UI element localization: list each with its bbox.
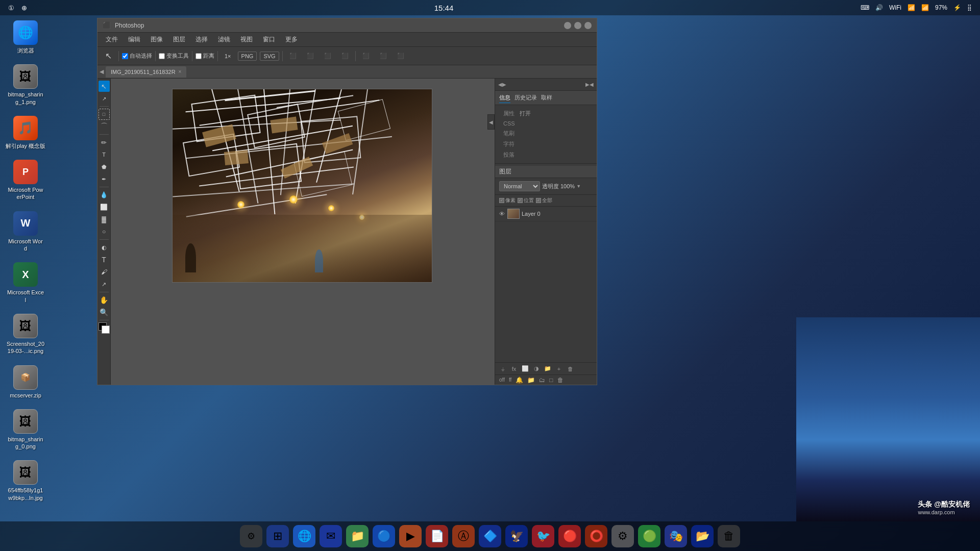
top-bar-icon1[interactable]: ① xyxy=(8,4,14,12)
ps-close-btn[interactable]: × xyxy=(584,22,592,29)
filter-all[interactable]: ✓ 全部 xyxy=(536,197,552,204)
menu-file[interactable]: 文件 xyxy=(102,34,122,45)
align-left-btn[interactable]: ⬛ xyxy=(286,51,300,61)
filter-position-checkbox[interactable]: ✓ xyxy=(518,198,523,203)
desktop-icon-word[interactable]: W Microsoft Word xyxy=(5,211,46,253)
distance-checkbox[interactable]: 距离 xyxy=(195,52,214,60)
taskbar-trash[interactable]: 🗑 xyxy=(718,525,740,547)
menu-view[interactable]: 视图 xyxy=(236,34,257,45)
statusbar-trash[interactable]: 🗑 xyxy=(557,377,564,384)
ps-tab-main[interactable]: IMG_20190511_161832R × xyxy=(106,66,186,78)
background-color[interactable] xyxy=(102,325,110,334)
taskbar-app11[interactable]: 🟢 xyxy=(638,525,660,547)
statusbar-bell[interactable]: 🔔 xyxy=(516,377,523,384)
extra-btn[interactable]: ⬛ xyxy=(394,51,408,61)
menu-layer[interactable]: 图层 xyxy=(169,34,189,45)
menu-more[interactable]: 更多 xyxy=(281,34,302,45)
filter-pixel-checkbox[interactable]: ✓ xyxy=(499,198,504,203)
desktop-icon-ppt[interactable]: P Microsoft PowerPoint xyxy=(5,160,46,201)
taskbar-app6[interactable]: 🦅 xyxy=(505,525,528,547)
color-swatches[interactable] xyxy=(99,322,110,334)
taskbar-app2[interactable]: ▶ xyxy=(399,525,422,547)
taskbar-app13[interactable]: 📂 xyxy=(691,525,714,547)
tool-hand[interactable]: ✋ xyxy=(99,294,110,306)
tool-stamp[interactable]: 💧 xyxy=(99,189,110,201)
tool-eraser[interactable]: ⬜ xyxy=(99,202,110,213)
desktop-icon-bitmap1[interactable]: 🖼 bitmap_sharing_1.png xyxy=(5,64,46,106)
panel-expand-icon[interactable]: ◀▶ xyxy=(498,82,506,87)
ps-restore-btn[interactable]: □ xyxy=(574,22,581,29)
statusbar-files[interactable]: 🗂 xyxy=(539,377,545,384)
desktop-icon-bitmap0[interactable]: 🖼 bitmap_sharing_0.png xyxy=(5,409,46,450)
tool-gradient[interactable]: ▓ xyxy=(99,214,110,225)
layer-link-btn[interactable]: ⏚ xyxy=(498,364,507,373)
taskbar-app8[interactable]: 🔴 xyxy=(558,525,581,547)
layer-delete-btn[interactable]: 🗑 xyxy=(566,364,575,373)
ps-minimize-btn[interactable]: − xyxy=(564,22,571,29)
tab-scroll-left[interactable]: ◀ xyxy=(100,68,106,75)
tab-sample[interactable]: 取样 xyxy=(541,93,552,103)
align-right-btn[interactable]: ⬛ xyxy=(321,51,335,61)
tool-text[interactable]: T xyxy=(99,254,110,265)
top-bar-icon2[interactable]: ⊕ xyxy=(21,4,27,12)
align-center-btn[interactable]: ⬛ xyxy=(303,51,317,61)
statusbar-box[interactable]: □ xyxy=(549,377,553,384)
auto-select-checkbox[interactable]: 自动选择 xyxy=(122,52,152,60)
filter-position[interactable]: ✓ 位置 xyxy=(518,197,534,204)
filter-all-checkbox[interactable]: ✓ xyxy=(536,198,541,203)
ps-move-tool-icon[interactable]: ↖ xyxy=(102,49,115,62)
taskbar-app4[interactable]: Ⓐ xyxy=(452,525,475,547)
taskbar-app9[interactable]: ⭕ xyxy=(585,525,607,547)
tool-move[interactable]: ↖ xyxy=(99,81,110,92)
desktop-icon-screenshot[interactable]: 🖼 Screenshot_2019-03-...ic.png xyxy=(5,314,46,355)
tool-type[interactable]: T xyxy=(99,149,110,160)
ps-tab-close[interactable]: × xyxy=(179,69,182,74)
layer-visibility-eye[interactable]: 👁 xyxy=(498,210,505,217)
layer-mask-btn[interactable]: ⬜ xyxy=(521,364,530,373)
menu-window[interactable]: 窗口 xyxy=(259,34,279,45)
layer-group-btn[interactable]: 📁 xyxy=(543,364,552,373)
tool-path2[interactable]: ↗ xyxy=(99,279,110,290)
zoom-selector[interactable]: 1× xyxy=(221,52,235,61)
taskbar-app12[interactable]: 🎭 xyxy=(665,525,687,547)
menu-filter[interactable]: 滤镜 xyxy=(214,34,234,45)
tool-path[interactable]: ✒ xyxy=(99,173,110,185)
tool-blur[interactable]: ○ xyxy=(99,226,110,237)
tab-history[interactable]: 历史记录 xyxy=(514,93,537,103)
taskbar-app5[interactable]: 🔷 xyxy=(479,525,501,547)
taskbar-app3[interactable]: 📄 xyxy=(426,525,448,547)
tool-zoom[interactable]: 🔍 xyxy=(99,307,110,318)
taskbar-email[interactable]: ✉ xyxy=(320,525,342,547)
taskbar-launcher[interactable]: ⊞ xyxy=(266,525,289,547)
transform-checkbox[interactable]: 变换工具 xyxy=(159,52,189,60)
auto-select-input[interactable] xyxy=(122,53,128,59)
tool-pen[interactable]: ✏ xyxy=(99,137,110,148)
transform-input[interactable] xyxy=(159,53,165,59)
panel-dots-icon[interactable]: ▶◀ xyxy=(585,82,594,87)
format-png[interactable]: PNG xyxy=(238,52,257,61)
align-top-btn[interactable]: ⬛ xyxy=(338,51,352,61)
desktop-icon-jpg[interactable]: 🖼 654ffb58ly1g1w9bkp...ln.jpg xyxy=(5,460,46,502)
tool-marquee[interactable]: □ xyxy=(99,109,110,120)
format-svg[interactable]: SVG xyxy=(260,52,279,61)
tab-info[interactable]: 信息 xyxy=(499,93,510,103)
taskbar-settings[interactable]: ⚙ xyxy=(240,525,262,547)
menu-select[interactable]: 选择 xyxy=(191,34,212,45)
tool-dodge[interactable]: ◐ xyxy=(99,242,110,253)
tool-lasso[interactable]: ⌒ xyxy=(99,121,110,132)
tool-brush[interactable]: 🖌 xyxy=(99,266,110,278)
desktop-icon-zip[interactable]: 📦 mcserver.zip xyxy=(5,365,46,399)
taskbar-files[interactable]: 📁 xyxy=(346,525,369,547)
desktop-icon-jieyin[interactable]: 🎵 解引play 概念版 xyxy=(5,116,46,149)
layer-fx-btn[interactable]: fx xyxy=(509,364,519,373)
desktop-icon-browser[interactable]: 🌐 浏览器 xyxy=(5,20,46,54)
opacity-arrow[interactable]: ▼ xyxy=(576,184,581,189)
taskbar-app7[interactable]: 🐦 xyxy=(532,525,554,547)
menu-edit[interactable]: 编辑 xyxy=(124,34,144,45)
layer-0[interactable]: 👁 Layer 0 xyxy=(495,207,597,221)
distribute-btn[interactable]: ⬛ xyxy=(359,51,373,61)
filter-pixel[interactable]: ✓ 像素 xyxy=(499,197,516,204)
tool-shape[interactable]: ⬟ xyxy=(99,161,110,172)
blend-mode-select[interactable]: Normal xyxy=(499,181,540,191)
grid-icon[interactable]: ⣿ xyxy=(967,4,972,11)
